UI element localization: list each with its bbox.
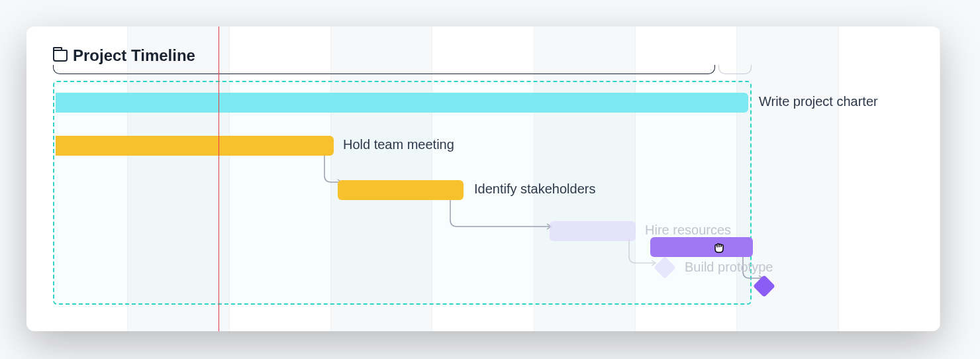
- task-bar-meeting[interactable]: [56, 136, 334, 156]
- timeline-header: Project Timeline: [53, 46, 195, 65]
- task-label: Identify stakeholders: [474, 181, 595, 197]
- task-bar-stakeholders[interactable]: [338, 180, 464, 200]
- task-bar-hire-ghost: [550, 221, 636, 241]
- today-indicator: [219, 26, 219, 331]
- grid-column: [839, 26, 940, 331]
- task-bar-charter[interactable]: [56, 93, 748, 113]
- task-label: Hold team meeting: [343, 137, 454, 152]
- group-bracket: [53, 65, 715, 74]
- task-label: Write project charter: [759, 94, 878, 109]
- page-title: Project Timeline: [73, 46, 195, 65]
- group-bracket-ghost: [718, 65, 752, 74]
- task-bar-hire[interactable]: [650, 237, 753, 257]
- timeline-card: Project Timeline Write project charter H…: [26, 26, 940, 331]
- task-label-ghost: Hire resources: [645, 223, 731, 238]
- task-label-ghost: Build prototype: [685, 260, 773, 275]
- folder-icon: [53, 50, 68, 62]
- dependency-arrow: [444, 200, 556, 236]
- grab-cursor-icon: [711, 240, 727, 260]
